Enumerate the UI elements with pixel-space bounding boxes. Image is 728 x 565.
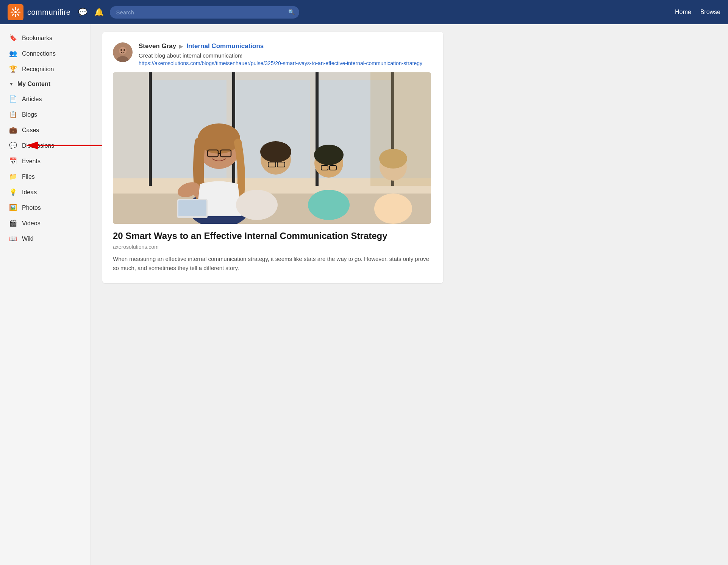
author-name: Steven Gray [139, 42, 176, 50]
ideas-icon: 💡 [9, 188, 17, 196]
bell-icon[interactable]: 🔔 [94, 8, 104, 17]
connections-icon: 👥 [9, 50, 17, 58]
sidebar-item-label: Ideas [22, 189, 37, 196]
sidebar-item-recognition[interactable]: 🏆 Recognition [0, 61, 91, 77]
post-link[interactable]: https://axerosolutions.com/blogs/timeise… [139, 60, 433, 66]
sidebar-item-label: Recognition [22, 66, 54, 73]
sidebar-item-label: Events [22, 158, 41, 165]
post-description: Great blog about internal communication! [139, 52, 433, 59]
sidebar-item-discussions[interactable]: 💬 Discussions [0, 138, 91, 153]
logo-area[interactable]: communifire [8, 4, 70, 20]
svg-point-14 [120, 49, 122, 51]
search-bar[interactable]: 🔍 [110, 6, 299, 19]
sidebar-item-label: Connections [22, 50, 56, 57]
sidebar-item-label: Blogs [22, 111, 37, 118]
svg-rect-48 [178, 200, 206, 216]
avatar [113, 42, 133, 62]
svg-point-12 [119, 47, 127, 55]
blogs-icon: 📋 [9, 111, 17, 119]
logo-icon [8, 4, 23, 20]
sidebar-item-label: Bookmarks [22, 35, 52, 42]
sidebar-item-label: Photos [22, 204, 41, 211]
post-meta: Steven Gray ▶ Internal Communications Gr… [139, 42, 433, 66]
svg-line-8 [12, 14, 14, 16]
collapse-arrow: ▼ [9, 81, 14, 87]
svg-point-15 [123, 49, 125, 51]
svg-point-36 [236, 190, 278, 220]
svg-line-6 [17, 14, 19, 16]
sidebar-item-videos[interactable]: 🎬 Videos [0, 215, 91, 231]
nav-right-links: Home Browse [675, 9, 720, 16]
sidebar-item-label: Files [22, 173, 35, 180]
sidebar-item-label: Cases [22, 127, 39, 134]
sidebar-wrapper: 🔖 Bookmarks 👥 Connections 🏆 Recognition … [0, 24, 91, 565]
sidebar-item-label: Articles [22, 96, 42, 103]
svg-point-41 [308, 190, 350, 220]
chat-icon[interactable]: 💬 [78, 8, 87, 17]
article-title: 20 Smart Ways to an Effective Internal C… [113, 230, 433, 242]
files-icon: 📁 [9, 173, 17, 181]
page-layout: 🔖 Bookmarks 👥 Connections 🏆 Recognition … [0, 24, 728, 565]
post-header: Steven Gray ▶ Internal Communications Gr… [113, 42, 433, 66]
logo-text: communifire [27, 8, 70, 17]
sidebar-item-label: Videos [22, 220, 41, 227]
articles-icon: 📄 [9, 95, 17, 103]
my-content-section[interactable]: ▼ My Content [0, 77, 91, 91]
main-content: Steven Gray ▶ Internal Communications Gr… [91, 24, 728, 565]
post-author-line: Steven Gray ▶ Internal Communications [139, 42, 433, 50]
svg-rect-22 [149, 72, 152, 186]
nav-icons-group: 💬 🔔 [78, 8, 104, 17]
svg-point-46 [374, 194, 412, 224]
sidebar-item-ideas[interactable]: 💡 Ideas [0, 184, 91, 200]
article-excerpt: When measuring an effective internal com… [113, 254, 433, 273]
sidebar-item-cases[interactable]: 💼 Cases [0, 122, 91, 138]
discussions-icon: 💬 [9, 142, 17, 150]
svg-line-7 [17, 9, 19, 11]
search-icon: 🔍 [288, 9, 295, 15]
sidebar-item-label: Discussions [22, 142, 54, 149]
svg-point-40 [314, 145, 344, 165]
article-source: axerosolutions.com [113, 244, 433, 250]
svg-line-5 [12, 9, 14, 11]
svg-point-0 [14, 11, 17, 13]
videos-icon: 🎬 [9, 219, 17, 227]
search-input[interactable] [110, 6, 299, 19]
sidebar: 🔖 Bookmarks 👥 Connections 🏆 Recognition … [0, 24, 91, 565]
sidebar-item-label: My Content [17, 81, 50, 87]
sidebar-item-blogs[interactable]: 📋 Blogs [0, 107, 91, 122]
sidebar-item-photos[interactable]: 🖼️ Photos [0, 200, 91, 215]
bookmarks-icon: 🔖 [9, 34, 17, 42]
channel-name[interactable]: Internal Communications [186, 42, 264, 50]
sidebar-item-events[interactable]: 📅 Events [0, 153, 91, 169]
sidebar-item-bookmarks[interactable]: 🔖 Bookmarks [0, 30, 91, 46]
svg-point-35 [260, 141, 291, 162]
post-card: Steven Gray ▶ Internal Communications Gr… [102, 32, 443, 283]
home-link[interactable]: Home [675, 9, 691, 16]
recognition-icon: 🏆 [9, 65, 17, 73]
photos-icon: 🖼️ [9, 204, 17, 212]
svg-rect-49 [370, 72, 431, 186]
article-preview: 20 Smart Ways to an Effective Internal C… [113, 230, 433, 273]
sidebar-item-articles[interactable]: 📄 Articles [0, 91, 91, 107]
browse-link[interactable]: Browse [700, 9, 720, 16]
blog-image [113, 72, 431, 224]
sidebar-item-label: Wiki [22, 236, 33, 242]
sidebar-item-connections[interactable]: 👥 Connections [0, 46, 91, 61]
events-icon: 📅 [9, 157, 17, 165]
wiki-icon: 📖 [9, 235, 17, 243]
sidebar-item-files[interactable]: 📁 Files [0, 169, 91, 184]
breadcrumb-arrow: ▶ [179, 43, 183, 49]
top-navigation: communifire 💬 🔔 🔍 Home Browse [0, 0, 728, 24]
sidebar-item-wiki[interactable]: 📖 Wiki [0, 231, 91, 247]
cases-icon: 💼 [9, 126, 17, 134]
